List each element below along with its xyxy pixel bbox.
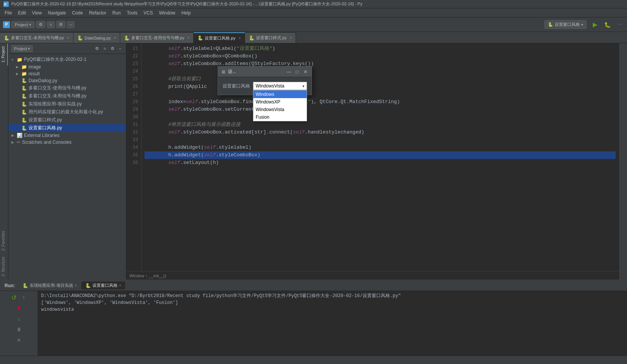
dialog-app-icon: 🖥: [221, 69, 226, 75]
tree-scratches[interactable]: ▶ ✏ Scratches and Consoles: [8, 139, 126, 146]
minus-btn[interactable]: −: [67, 21, 75, 28]
menu-edit[interactable]: Edit: [15, 10, 29, 16]
combobox[interactable]: WindowsVista ▾: [253, 82, 307, 90]
code-line-22: self.styleComboBox=QComboBox(): [145, 52, 616, 60]
up-btn[interactable]: ↑: [20, 293, 28, 302]
bottom-tab-0-close[interactable]: ×: [75, 283, 77, 288]
settings-btn[interactable]: ⚙: [36, 21, 45, 28]
down-btn[interactable]: ↓: [15, 315, 23, 323]
pause-btn[interactable]: ⏸: [15, 325, 23, 334]
tab-4-close[interactable]: ×: [290, 36, 292, 40]
project-gear-btn[interactable]: ⚙: [109, 46, 116, 51]
tree-datedialog-label: DateDailog.py: [29, 78, 57, 83]
run-label: Run:: [2, 283, 18, 288]
console-line-0: D:\Install\ANACONDA2\python.exe "D:/Byrb…: [41, 292, 624, 299]
project-label: Project: [15, 22, 28, 27]
tab-4-label: 设置窗口样式.py: [256, 35, 287, 41]
tree-drawing[interactable]: ▶ 🐍 实现绘图应用-项目实战.py: [8, 100, 126, 108]
code-lines[interactable]: self.stylelabel=QLabel("设置窗口风格") self.st…: [142, 43, 619, 271]
code-line-32: self.styleComboBox.activated[str].connec…: [145, 129, 616, 136]
svg-text:P: P: [4, 3, 6, 6]
run-config[interactable]: 🐍 设置窗口风格 ▾: [544, 20, 587, 29]
project-dropdown[interactable]: Project ▾: [11, 45, 33, 52]
breadcrumb-sep: ›: [146, 273, 147, 278]
tab-2[interactable]: 🐍 多窗口交互-使用信号与槽.py ×: [120, 32, 194, 43]
app-icon: P: [3, 1, 9, 7]
gear2-btn[interactable]: ⚙: [56, 21, 65, 28]
tab-3-close[interactable]: ×: [239, 36, 241, 40]
vtab-structure[interactable]: 2: Structure: [0, 254, 8, 280]
minus-icon: −: [70, 22, 72, 27]
tree-style[interactable]: ▶ 🐍 设置窗口样式.py: [8, 116, 126, 124]
menu-refactor[interactable]: Refactor: [86, 10, 109, 16]
tree-multi1[interactable]: ▶ 🐍 多窗口交互-使用信号与槽.py: [8, 84, 126, 92]
menu-file[interactable]: File: [2, 10, 15, 16]
dropdown-item-fusion[interactable]: Fusion: [253, 113, 307, 121]
tab-1-close[interactable]: ×: [114, 36, 116, 40]
stop-btn[interactable]: ■: [15, 304, 23, 312]
dropdown-item-windowsvista[interactable]: WindowsVista: [253, 106, 307, 113]
tree-multi2[interactable]: ▶ 🐍 多窗口交互-未用信号与槽.py: [8, 92, 126, 100]
project-header: Project ▾ ⚙ = ⚙ −: [8, 43, 126, 54]
menu-window[interactable]: Window: [156, 10, 178, 16]
menu-view[interactable]: View: [29, 10, 45, 16]
tab-0-label: 多窗口交互-未用信号与槽.py: [11, 35, 64, 41]
vertical-tabs: 1: Project 2: Favorites 2: Structure: [0, 43, 8, 280]
tab-0[interactable]: 🐍 多窗口交互-未用信号与槽.py ×: [0, 32, 73, 43]
code-line-34: h.addWidget(self.stylelabel): [145, 144, 616, 151]
tab-3[interactable]: 🐍 设置窗口风格.py ×: [194, 32, 245, 43]
tab-1[interactable]: 🐍 DateDailog.py ×: [73, 32, 120, 43]
toolbar-app-icon: P: [3, 21, 10, 28]
run-btn[interactable]: ▶: [590, 20, 600, 29]
tree-extlibs[interactable]: ▶ 📊 External Libraries: [8, 132, 126, 139]
tab-4[interactable]: 🐍 设置窗口样式.py ×: [245, 32, 296, 43]
menu-help[interactable]: Help: [178, 10, 194, 16]
menu-code[interactable]: Code: [69, 10, 86, 16]
menu-navigate[interactable]: Navigate: [45, 10, 69, 16]
debug-btn[interactable]: 🐛: [602, 21, 613, 29]
dropdown-item-windows[interactable]: Windows: [253, 91, 307, 98]
menu-tools[interactable]: Tools: [124, 10, 140, 16]
bottom-tab-1-close[interactable]: ×: [119, 283, 121, 288]
more-btn[interactable]: ⋯: [615, 21, 624, 28]
settings-icon: ⚙: [39, 22, 43, 27]
format-btn[interactable]: ≡: [15, 336, 23, 344]
tab-0-close[interactable]: ×: [67, 36, 69, 40]
bottom-tab-0[interactable]: 🐍 实现绘图应用-项目实战 ×: [19, 281, 81, 289]
code-line-30: [145, 113, 616, 121]
tree-datedialog[interactable]: ▶ 🐍 DateDailog.py: [8, 77, 126, 84]
dropdown-item-windowsxp[interactable]: WindowsXP: [253, 98, 307, 106]
tree-root[interactable]: ▾ 📁 PyQt5窗口操作大全-2020-02-1: [8, 56, 126, 64]
bottom-tab-1[interactable]: 🐍 设置窗口风格 ×: [81, 281, 125, 289]
dialog-title: 设...: [228, 68, 255, 75]
restart-btn[interactable]: ↺: [10, 293, 18, 302]
breadcrumb-method: __init__(): [149, 273, 166, 278]
menu-run[interactable]: Run: [109, 10, 124, 16]
dialog-minimize-btn[interactable]: —: [286, 69, 292, 75]
project-minus-btn[interactable]: −: [118, 46, 123, 51]
tree-style2[interactable]: ▶ 🐍 设置窗口风格.py: [8, 124, 126, 132]
tree-result-label: result: [29, 71, 40, 76]
title-bar: P PyQt5窗口操作大全-2020-02-16 [D:\Byrbt2018\R…: [0, 0, 627, 8]
dialog-label: 设置窗口风格: [223, 83, 250, 89]
vtab-favorites[interactable]: 2: Favorites: [0, 228, 8, 254]
tab-2-close[interactable]: ×: [187, 36, 189, 40]
tree-result[interactable]: ▶ 📁 result: [8, 70, 126, 77]
project-eq-btn[interactable]: =: [102, 46, 107, 51]
dialog-restore-btn[interactable]: □: [294, 69, 300, 75]
console-output[interactable]: D:\Install\ANACONDA2\python.exe "D:/Byrb…: [38, 291, 627, 356]
scratches-icon: ✏: [17, 140, 21, 145]
vtab-project[interactable]: 1: Project: [0, 43, 8, 65]
equal-btn[interactable]: =: [47, 21, 54, 28]
dialog-close-btn[interactable]: ✕: [302, 69, 309, 75]
menu-vcs[interactable]: VCS: [140, 10, 156, 16]
editor-area: 21222324 25262728 29303132 33343536 self…: [126, 43, 619, 280]
tree-scratches-arrow: ▶: [11, 140, 15, 144]
tree-multi1-label: 多窗口交互-使用信号与槽.py: [29, 85, 86, 91]
code-line-26: print(QApplic: [145, 83, 616, 91]
tree-maximize[interactable]: ▶ 🐍 用代码实现窗口的最大化和最小化.py: [8, 108, 126, 116]
project-button[interactable]: Project ▾: [11, 21, 35, 28]
tree-image[interactable]: ▶ 📁 image: [8, 64, 126, 70]
dialog-row: 设置窗口风格 WindowsVista ▾ Windows WindowsXP …: [223, 82, 307, 90]
project-settings-btn[interactable]: ⚙: [94, 46, 100, 51]
